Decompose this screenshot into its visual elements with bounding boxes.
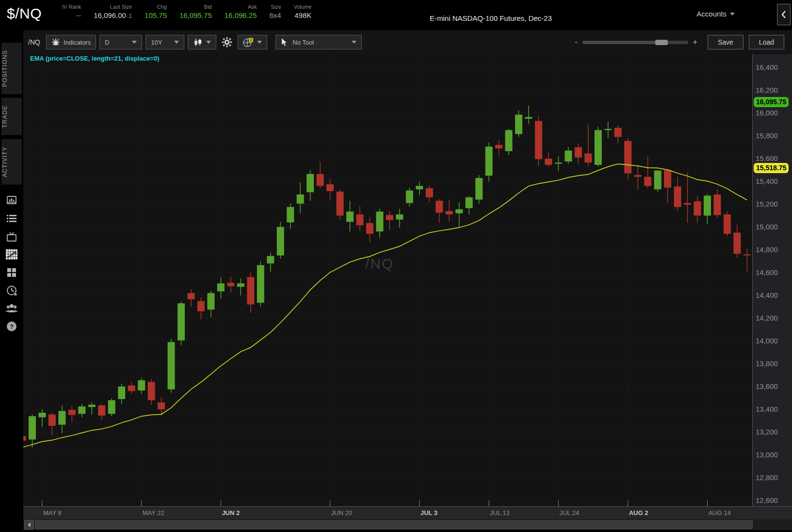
price-axis-label: 13,200 bbox=[756, 428, 778, 436]
time-axis-label: MAY 8 bbox=[43, 509, 62, 516]
price-axis-label: 15,000 bbox=[756, 223, 778, 231]
quote-field: Chg105.75 bbox=[145, 3, 167, 21]
quote-field-label: IV Rank bbox=[62, 3, 81, 10]
chart-icon[interactable] bbox=[5, 248, 18, 261]
people-icon[interactable] bbox=[5, 302, 18, 315]
time-axis-label: MAY 22 bbox=[143, 509, 164, 516]
grid-icon[interactable] bbox=[5, 266, 18, 279]
time-axis-label: JUL 3 bbox=[420, 509, 437, 516]
globe-notes-icon bbox=[243, 37, 254, 47]
collapse-panel-button[interactable] bbox=[777, 4, 791, 25]
indicators-button[interactable]: Indicators bbox=[46, 35, 96, 49]
zoom-in-button[interactable]: + bbox=[688, 38, 702, 47]
price-axis-label: 14,200 bbox=[756, 314, 778, 322]
price-axis-label: 14,800 bbox=[756, 245, 778, 254]
quote-field: Size6x4 bbox=[269, 3, 281, 21]
price-axis-label: 16,200 bbox=[756, 86, 778, 94]
svg-text:?: ? bbox=[10, 323, 14, 330]
chart-toolbar: /NQ Indicators D 10Y bbox=[23, 30, 792, 54]
price-axis-label: 15,800 bbox=[756, 131, 778, 140]
chart-symbol-label: /NQ bbox=[28, 38, 40, 46]
price-axis-label: 14,400 bbox=[756, 291, 778, 299]
scrollbar-thumb[interactable] bbox=[35, 520, 753, 529]
quote-field: Bid16,095.75 bbox=[179, 3, 212, 21]
range-dropdown[interactable]: 10Y bbox=[145, 35, 184, 49]
left-sidebar: POSITIONSTRADEACTIVITY ? bbox=[0, 30, 23, 532]
price-axis-label: 12,800 bbox=[756, 473, 778, 482]
chevron-left-icon bbox=[781, 10, 787, 19]
cursor-arrow-icon bbox=[281, 38, 288, 46]
last-price-bubble: 16,095.75 bbox=[754, 97, 789, 107]
time-axis[interactable]: MAY 8MAY 22JUN 2JUN 20JUL 3JUL 13JUL 24A… bbox=[23, 506, 792, 519]
quote-field: IV Rank-- bbox=[62, 3, 81, 21]
help-icon[interactable]: ? bbox=[5, 320, 18, 333]
quote-field-value: 16,095.75 bbox=[179, 10, 212, 21]
candlestick-chart-icon bbox=[193, 38, 203, 47]
time-axis-label: AUG 2 bbox=[629, 509, 648, 516]
chart-canvas: /NQ bbox=[23, 54, 752, 506]
quote-field-value: 16,096.001 bbox=[94, 10, 132, 21]
chevron-down-icon bbox=[730, 13, 735, 16]
chevron-down-icon bbox=[257, 41, 262, 44]
price-axis-label: 15,200 bbox=[756, 200, 778, 208]
timeframe-value: D bbox=[105, 39, 109, 46]
quote-fields: IV Rank--Last Size16,096.001Chg105.75Bid… bbox=[62, 3, 324, 21]
quote-field: Volume498K bbox=[294, 3, 312, 21]
save-button[interactable]: Save bbox=[708, 35, 744, 49]
zoom-slider[interactable] bbox=[582, 41, 688, 44]
candlestick-chart[interactable]: /NQ bbox=[23, 54, 752, 506]
arrow-left-icon bbox=[27, 522, 31, 527]
indicators-label: Indicators bbox=[64, 39, 91, 46]
quote-field-label: Volume bbox=[294, 3, 312, 10]
symbol-title: $/NQ bbox=[7, 5, 42, 22]
chart-scrollbar[interactable] bbox=[23, 519, 792, 530]
time-axis-label: JUL 24 bbox=[559, 509, 579, 516]
chevron-down-icon bbox=[206, 41, 211, 44]
sidebar-tab-activity[interactable]: ACTIVITY bbox=[1, 139, 22, 185]
tv-icon[interactable] bbox=[5, 230, 18, 243]
price-axis-label: 15,600 bbox=[756, 154, 778, 162]
sidebar-tab-trade[interactable]: TRADE bbox=[1, 98, 22, 135]
sidebar-tab-positions[interactable]: POSITIONS bbox=[1, 43, 22, 94]
timeframe-dropdown[interactable]: D bbox=[99, 35, 142, 49]
quote-header: $/NQ IV Rank--Last Size16,096.001Chg105.… bbox=[0, 0, 792, 30]
zoom-out-button[interactable]: - bbox=[570, 38, 582, 47]
pattern-dropdown[interactable] bbox=[238, 35, 267, 49]
studies-burst-icon bbox=[51, 38, 60, 47]
quote-field-value: 105.75 bbox=[145, 10, 167, 21]
ema-price-bubble: 15,518.75 bbox=[754, 163, 789, 173]
list-icon[interactable] bbox=[5, 212, 18, 226]
quote-field: Ask16,096.25 bbox=[225, 3, 257, 21]
sidebar-icons: ? bbox=[0, 194, 23, 333]
price-axis-label: 15,400 bbox=[756, 177, 778, 185]
price-axis-label: 13,800 bbox=[756, 359, 778, 368]
news-icon[interactable] bbox=[5, 194, 18, 208]
price-axis-label: 13,400 bbox=[756, 405, 778, 413]
quote-field-label: Chg bbox=[157, 3, 167, 10]
price-axis[interactable]: 16,40016,20016,00015,80015,60015,40015,2… bbox=[752, 54, 792, 506]
price-axis-label: 16,000 bbox=[756, 109, 778, 117]
time-axis-label: AUG 14 bbox=[708, 509, 730, 516]
scroll-left-button[interactable] bbox=[24, 520, 34, 530]
zoom-slider-thumb[interactable] bbox=[655, 40, 668, 45]
drawing-tool-dropdown[interactable]: No Tool bbox=[275, 35, 362, 49]
chevron-down-icon bbox=[352, 41, 356, 44]
gear-icon bbox=[222, 37, 232, 48]
price-axis-label: 12,600 bbox=[756, 496, 778, 504]
chart-type-dropdown[interactable] bbox=[188, 35, 216, 49]
price-axis-label: 13,600 bbox=[756, 382, 778, 390]
quote-field-value: -- bbox=[76, 10, 81, 21]
quote-field-label: Size bbox=[271, 3, 281, 10]
chevron-down-icon bbox=[174, 41, 179, 44]
chart-settings-button[interactable] bbox=[220, 35, 234, 49]
history-icon[interactable] bbox=[5, 284, 18, 297]
price-axis-label: 16,400 bbox=[756, 63, 778, 71]
quote-field-label: Last Size bbox=[110, 3, 132, 10]
quote-field-value: 6x4 bbox=[269, 10, 281, 21]
quote-field: Last Size16,096.001 bbox=[94, 3, 132, 21]
zoom-slider-fill bbox=[582, 41, 658, 44]
quote-field-label: Bid bbox=[204, 3, 212, 10]
load-button[interactable]: Load bbox=[749, 35, 784, 49]
svg-text:/NQ: /NQ bbox=[365, 256, 394, 272]
accounts-dropdown[interactable]: Accounts bbox=[696, 10, 735, 18]
